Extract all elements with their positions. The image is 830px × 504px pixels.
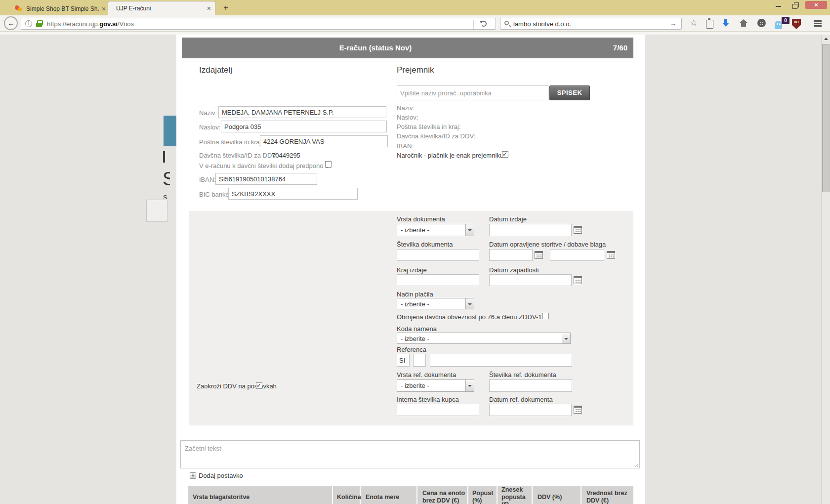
stevilka-ref-input[interactable] <box>489 379 572 392</box>
koda-namena-label: Koda namena <box>397 325 437 333</box>
calendar-icon[interactable] <box>574 276 582 284</box>
calendar-icon[interactable] <box>607 251 615 259</box>
url-bar[interactable]: https://eracuni.ujp.gov.si/Vnos <box>21 18 496 30</box>
zaokrozi-label: Zaokroži DDV na postavkah <box>197 382 277 390</box>
calendar-icon[interactable] <box>574 226 582 234</box>
stevilka-dokumenta-input[interactable] <box>397 249 479 261</box>
search-icon <box>504 21 509 25</box>
url-path: /Vnos <box>118 20 134 28</box>
scroll-up-icon[interactable] <box>822 35 830 43</box>
menu-icon[interactable] <box>812 17 823 30</box>
datum-opravljene-label: Datum opravljene storitve / dobave blaga <box>489 241 606 248</box>
home-icon[interactable] <box>738 17 749 30</box>
referenca-label: Referenca <box>397 346 426 353</box>
bookmark-star-icon[interactable] <box>689 17 700 30</box>
toolbar-divider <box>809 18 809 29</box>
datum-izdaje-input[interactable] <box>489 224 572 236</box>
eracun-form: E-račun (status Nov) 7/60 Izdajatelj Naz… <box>176 35 645 504</box>
referenca-model-input[interactable] <box>413 354 426 367</box>
background-box-fragment <box>146 200 167 222</box>
column-header: DDV (%) <box>533 486 581 504</box>
page-scrollbar[interactable] <box>821 35 830 504</box>
vrsta-ref-label: Vrsta ref. dokumenta <box>397 371 456 378</box>
prejemnik-posta-label: Poštna številka in kraj: <box>397 123 460 130</box>
scrollbar-thumb[interactable] <box>822 44 830 192</box>
spisek-button[interactable]: SPISEK <box>549 85 590 100</box>
back-button[interactable] <box>4 16 18 30</box>
form-title: E-račun (status Nov) <box>182 43 569 52</box>
add-item-icon[interactable] <box>190 472 196 479</box>
url-text: https://eracuni.ujp.gov.si/Vnos <box>47 20 134 28</box>
datum-zapadlosti-input[interactable] <box>489 274 572 286</box>
interna-input[interactable] <box>397 404 479 416</box>
narocnik-checkbox[interactable] <box>502 151 508 158</box>
search-bar[interactable] <box>500 18 682 30</box>
chevron-down-icon[interactable] <box>465 224 474 236</box>
background-letter-fragment: S <box>163 168 170 187</box>
adblock-shield-icon[interactable] <box>791 17 802 30</box>
naziv-label: Naziv: <box>199 109 217 117</box>
naslov-input[interactable] <box>221 121 387 132</box>
datum-zapadlosti-label: Datum zapadlosti <box>489 266 539 274</box>
search-input[interactable] <box>513 19 666 29</box>
predpona-checkbox[interactable] <box>325 161 332 168</box>
column-header: Vrednost brez DDV (€) <box>581 486 633 504</box>
nacin-placila-select[interactable]: - izberite - <box>397 298 474 309</box>
document-panel: Vrsta dokumenta - izberite - Datum izdaj… <box>189 211 633 425</box>
prejemnik-heading: Prejemnik <box>397 65 434 75</box>
tab-title: Simple Shop BT Simple Sh... <box>26 5 99 12</box>
referenca-sklic-input[interactable] <box>430 354 572 367</box>
posta-input[interactable] <box>260 135 388 147</box>
prejemnik-search-input[interactable] <box>397 85 548 100</box>
calendar-icon[interactable] <box>574 406 582 414</box>
url-separator <box>473 20 474 29</box>
naslov-label: Naslov: <box>199 124 220 131</box>
referenca-si-input[interactable] <box>397 354 410 367</box>
restore-button[interactable] <box>788 1 802 9</box>
zacetni-tekst-textarea[interactable] <box>180 440 640 468</box>
naziv-input[interactable] <box>218 106 386 118</box>
zaokrozi-checkbox[interactable] <box>256 382 262 389</box>
stevilka-dokumenta-label: Številka dokumenta <box>397 241 453 248</box>
predpona-label: V e-računu k davčni številki dodaj predp… <box>199 162 331 169</box>
kraj-izdaje-label: Kraj izdaje <box>397 266 427 274</box>
obrnjena-checkbox[interactable] <box>542 313 549 319</box>
chevron-down-icon[interactable] <box>465 298 474 309</box>
clipboard-icon[interactable] <box>704 17 715 30</box>
ghostery-badge: 0 <box>782 17 789 24</box>
info-icon[interactable] <box>25 20 32 27</box>
tab-close-icon[interactable]: × <box>102 5 106 12</box>
new-tab-button[interactable]: + <box>220 3 231 13</box>
download-icon[interactable] <box>721 17 732 30</box>
obrnjena-label: Obrnjena davčna obveznost po 76.a členu … <box>397 313 541 321</box>
tab-ujp-eracuni[interactable]: UJP E-računi × <box>108 1 215 15</box>
chat-smiley-icon[interactable] <box>756 17 767 30</box>
background-letter-fragment: s <box>163 192 167 199</box>
tab-bar: Simple Shop BT Simple Sh... × UJP E-raču… <box>0 0 830 15</box>
chevron-down-icon[interactable] <box>465 380 474 391</box>
vrsta-dokumenta-select[interactable]: - izberite - <box>397 224 474 236</box>
iban-input[interactable] <box>215 173 317 185</box>
dodaj-postavko-label[interactable]: Dodaj postavko <box>199 472 243 479</box>
davcna-label: Davčna številka/ID za DDV: <box>199 152 278 159</box>
vrsta-ref-select[interactable]: - izberite - <box>397 379 474 392</box>
kraj-izdaje-input[interactable] <box>397 274 479 286</box>
datum-opravljene-do-input[interactable] <box>550 249 604 261</box>
url-prefix: https://eracuni.ujp. <box>47 20 99 28</box>
reload-icon[interactable] <box>481 21 487 27</box>
tab-title: UJP E-računi <box>116 5 204 12</box>
items-table-header: Vrsta blaga/storitve Količina Enota mere… <box>188 486 633 504</box>
datum-opravljene-od-input[interactable] <box>489 249 533 261</box>
tab-simple-shop[interactable]: Simple Shop BT Simple Sh... × <box>13 2 110 15</box>
tab-close-icon[interactable]: × <box>207 5 211 12</box>
minimize-button[interactable] <box>772 1 786 9</box>
datum-ref-input[interactable] <box>489 404 572 416</box>
close-window-button[interactable]: × <box>805 1 827 9</box>
prejemnik-iban-label: IBAN: <box>397 142 414 150</box>
calendar-icon[interactable] <box>535 251 543 259</box>
chevron-down-icon[interactable] <box>562 333 570 343</box>
stevilka-ref-label: Številka ref. dokumenta <box>489 371 556 378</box>
koda-namena-select[interactable]: - izberite - <box>397 333 571 344</box>
nacin-placila-label: Način plačila <box>397 291 433 298</box>
bic-input[interactable] <box>228 188 358 200</box>
